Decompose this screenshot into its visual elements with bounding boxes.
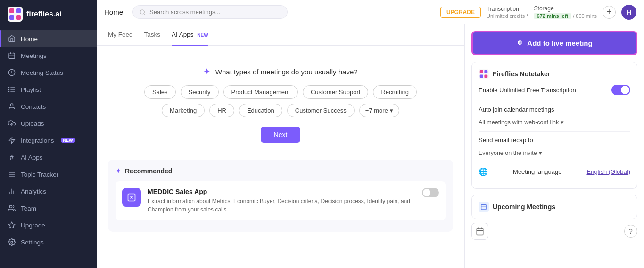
question-section: ✦ What types of meetings do you usually … [108, 57, 453, 156]
transcription-value: Unlimited credits * [487, 13, 528, 19]
help-button[interactable]: ? [624, 225, 637, 238]
sidebar-ai-apps-label: AI Apps [21, 154, 43, 161]
recommended-section: ✦ Recommended MEDDIC Sales App Extract i… [108, 160, 453, 232]
sidebar-item-analytics[interactable]: Analytics [0, 183, 97, 200]
tab-tasks[interactable]: Tasks [144, 24, 161, 46]
upgrade-button[interactable]: UPGRADE [440, 7, 481, 18]
sidebar-item-integrations[interactable]: Integrations NEW [0, 132, 97, 149]
storage-value: 672 mins left / 800 mins [534, 13, 597, 19]
notetaker-title-row: Fireflies Notetaker [479, 69, 630, 79]
sidebar-playlist-label: Playlist [21, 86, 41, 93]
integrations-new-badge: NEW [61, 138, 75, 143]
live-meeting-button[interactable]: 🎙 Add to live meeting [471, 31, 637, 55]
globe-icon: 🌐 [479, 167, 488, 176]
sidebar-topic-tracker-label: Topic Tracker [21, 171, 58, 178]
auto-join-value: All meetings with web-conf link [479, 119, 559, 126]
chevron-down-icon-auto-join: ▾ [561, 119, 564, 126]
sidebar: fireflies.ai Home Meetings Meeting Statu… [0, 0, 97, 268]
avatar[interactable]: H [621, 5, 636, 20]
main-content: Home UPGRADE Transcription Unlimited cre… [97, 0, 644, 268]
right-panel: 🎙 Add to live meeting Fireflies Notetake… [465, 24, 644, 268]
meddic-app-name: MEDDIC Sales App [148, 188, 415, 195]
add-button[interactable]: + [603, 6, 616, 19]
svg-rect-38 [481, 204, 487, 210]
svg-point-14 [8, 89, 9, 89]
logo[interactable]: fireflies.ai [0, 0, 97, 28]
meddic-toggle[interactable] [422, 188, 439, 197]
svg-rect-36 [480, 74, 483, 78]
tab-ai-apps[interactable]: AI Apps NEW [172, 24, 208, 46]
sidebar-integrations-label: Integrations [21, 137, 54, 144]
sidebar-item-contacts[interactable]: Contacts [0, 98, 97, 115]
tags-row-1: Sales Security Product Management Custom… [108, 85, 453, 99]
more-tags-label: +7 more [365, 107, 388, 114]
tag-security[interactable]: Security [181, 85, 219, 99]
storage-label: Storage [534, 5, 554, 12]
page-title: Home [104, 8, 123, 16]
contacts-icon [8, 102, 16, 111]
tag-customer-support[interactable]: Customer Support [303, 85, 369, 99]
sidebar-item-playlist[interactable]: Playlist [0, 81, 97, 98]
tabs-bar: My Feed Tasks AI Apps NEW [97, 24, 464, 46]
tag-sales[interactable]: Sales [144, 85, 176, 99]
storage-total: / 800 mins [573, 13, 597, 19]
tag-customer-success[interactable]: Customer Success [287, 104, 355, 117]
svg-rect-2 [16, 8, 21, 13]
upcoming-section: Upcoming Meetings [471, 195, 637, 219]
bottom-actions: ? [471, 219, 637, 244]
svg-point-15 [8, 91, 9, 91]
auto-join-dropdown[interactable]: All meetings with web-conf link ▾ [479, 119, 564, 126]
unlimited-label: Enable Unlimited Free Transcription [479, 87, 576, 94]
sidebar-item-upgrade[interactable]: Upgrade [0, 217, 97, 234]
sidebar-item-meetings[interactable]: Meetings [0, 47, 97, 64]
question-text: What types of meetings do you usually ha… [215, 68, 358, 76]
team-icon [8, 204, 16, 212]
more-tags-button[interactable]: +7 more ▾ [359, 104, 399, 117]
next-button[interactable]: Next [261, 127, 301, 143]
tag-recruiting[interactable]: Recruiting [373, 85, 417, 99]
send-recap-dropdown[interactable]: Everyone on the invite ▾ [479, 149, 542, 156]
recommended-header: ✦ Recommended [116, 167, 446, 175]
tags-row-2: Marketing HR Education Customer Success … [108, 104, 453, 117]
notetaker-logo-icon [479, 69, 489, 79]
sidebar-item-topic-tracker[interactable]: Topic Tracker [0, 166, 97, 183]
sidebar-nav: Home Meetings Meeting Status Playlist Co… [0, 28, 97, 268]
recommended-icon: ✦ [116, 167, 121, 175]
tag-marketing[interactable]: Marketing [162, 104, 205, 117]
settings-icon [8, 238, 16, 246]
svg-rect-34 [480, 70, 483, 73]
home-icon [8, 34, 16, 43]
svg-marker-26 [8, 222, 15, 228]
left-panel: My Feed Tasks AI Apps NEW ✦ What types o… [97, 24, 465, 268]
auto-join-row: Auto join calendar meetings [479, 106, 630, 113]
sidebar-team-label: Team [21, 205, 36, 212]
transcription-meta: Transcription Unlimited credits * [487, 6, 528, 19]
svg-point-25 [9, 205, 12, 208]
send-recap-value: Everyone on the invite [479, 150, 537, 156]
auto-join-label: Auto join calendar meetings [479, 106, 554, 113]
playlist-icon [8, 85, 16, 94]
upcoming-label: Upcoming Meetings [493, 203, 555, 211]
sidebar-item-home[interactable]: Home [0, 30, 97, 47]
svg-point-27 [11, 241, 13, 243]
sidebar-item-ai-apps[interactable]: # AI Apps [0, 149, 97, 166]
language-value[interactable]: English (Global) [586, 168, 630, 175]
app-card-meddic: MEDDIC Sales App Extract information abo… [116, 181, 446, 220]
sidebar-item-settings[interactable]: Settings [0, 234, 97, 251]
meddic-app-info: MEDDIC Sales App Extract information abo… [148, 188, 415, 214]
search-input[interactable] [149, 8, 281, 16]
calendar-button[interactable] [471, 223, 488, 240]
notetaker-title: Fireflies Notetaker [493, 70, 550, 78]
unlimited-toggle[interactable] [611, 85, 630, 95]
tag-hr[interactable]: HR [209, 104, 234, 117]
tab-my-feed[interactable]: My Feed [108, 24, 133, 46]
divider-2 [479, 131, 630, 132]
tag-education[interactable]: Education [239, 104, 282, 117]
upgrade-icon [8, 221, 16, 229]
sidebar-item-uploads[interactable]: Uploads [0, 115, 97, 132]
search-bar[interactable] [132, 5, 288, 19]
sidebar-item-team[interactable]: Team [0, 200, 97, 217]
tag-product-management[interactable]: Product Management [223, 85, 298, 99]
logo-text: fireflies.ai [26, 10, 62, 18]
sidebar-item-meeting-status[interactable]: Meeting Status [0, 64, 97, 81]
